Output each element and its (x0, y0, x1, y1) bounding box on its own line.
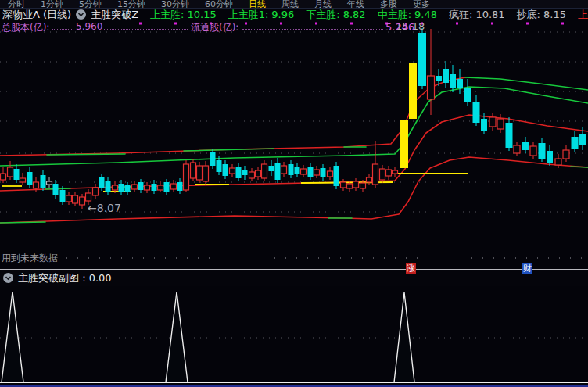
candle[interactable] (86, 193, 91, 201)
candle[interactable] (481, 119, 487, 131)
indicator-name[interactable]: 主胜突破Z (91, 8, 138, 21)
candle[interactable] (20, 178, 26, 182)
candle[interactable] (328, 171, 333, 177)
subchart-header: 主胜突破副图 : 0.00 (0, 269, 588, 286)
chevron-down-icon[interactable] (76, 9, 86, 20)
news-marker-zhang[interactable]: 涨 (406, 263, 416, 274)
candle[interactable] (418, 33, 426, 86)
subchart-title[interactable]: 主胜突破副图 : 0.00 (18, 271, 112, 285)
candle[interactable] (230, 168, 235, 174)
candle[interactable] (125, 185, 131, 192)
candle[interactable] (132, 185, 138, 189)
candle[interactable] (217, 160, 222, 172)
candle[interactable] (191, 163, 196, 178)
candle[interactable] (457, 79, 463, 88)
candle[interactable] (249, 172, 255, 178)
candle[interactable] (113, 185, 118, 190)
candle[interactable] (152, 184, 157, 191)
candle[interactable] (301, 169, 307, 174)
candle[interactable] (66, 195, 72, 202)
candle[interactable] (210, 152, 216, 166)
candle[interactable] (373, 164, 378, 185)
candle[interactable] (555, 159, 561, 165)
candle[interactable] (506, 123, 513, 148)
candle[interactable] (53, 184, 59, 195)
candle[interactable] (47, 181, 52, 185)
candle[interactable] (242, 170, 248, 175)
candle[interactable] (489, 117, 496, 127)
indicator-field: 抄底:8.15 (517, 8, 566, 21)
low-price-label: ←8.07 (88, 202, 121, 214)
candle[interactable] (572, 137, 579, 149)
candle[interactable] (314, 170, 320, 175)
candle[interactable] (223, 164, 228, 176)
candle[interactable] (393, 170, 398, 174)
dotted-leader (104, 28, 188, 30)
candle[interactable] (203, 166, 209, 181)
candle[interactable] (8, 167, 13, 177)
highlight-bar[interactable] (409, 63, 417, 119)
candle[interactable] (334, 166, 339, 186)
candle[interactable] (360, 183, 366, 188)
candle[interactable] (145, 185, 150, 190)
candle[interactable] (256, 170, 261, 177)
candle[interactable] (1, 174, 6, 180)
candle[interactable] (522, 142, 529, 150)
candle[interactable] (275, 163, 281, 180)
candle[interactable] (281, 166, 287, 174)
candle[interactable] (380, 169, 385, 180)
candle[interactable] (164, 182, 170, 192)
candle[interactable] (73, 195, 78, 203)
candle[interactable] (177, 182, 183, 191)
candle[interactable] (262, 164, 267, 178)
candle[interactable] (367, 177, 372, 182)
main-chart-canvas[interactable] (0, 0, 588, 387)
share-info-row: 总股本(亿): 5.960 流通股(亿): (0, 21, 588, 32)
candle[interactable] (99, 177, 105, 188)
candle[interactable] (80, 197, 85, 205)
candle[interactable] (579, 134, 586, 145)
candle[interactable] (497, 119, 504, 129)
candle[interactable] (236, 167, 242, 178)
candle[interactable] (353, 181, 359, 188)
candle[interactable] (563, 150, 569, 159)
candle[interactable] (347, 184, 353, 188)
candle[interactable] (308, 167, 314, 177)
candle[interactable] (321, 168, 326, 177)
candle[interactable] (530, 146, 536, 156)
candle[interactable] (93, 188, 99, 195)
candle[interactable] (428, 76, 435, 99)
candle[interactable] (197, 166, 203, 180)
candle[interactable] (60, 190, 66, 202)
symbol-title[interactable]: 深物业A (日线) (2, 8, 71, 21)
candle[interactable] (41, 175, 46, 188)
candle[interactable] (171, 184, 177, 189)
candle[interactable] (158, 185, 163, 190)
candle[interactable] (464, 88, 471, 102)
candle[interactable] (436, 76, 442, 81)
indicator-field: 疯狂:10.81 (449, 8, 505, 21)
candle[interactable] (473, 102, 480, 123)
candle[interactable] (341, 182, 346, 188)
candle[interactable] (27, 172, 33, 185)
candle[interactable] (295, 167, 300, 174)
candle[interactable] (289, 164, 294, 175)
candle[interactable] (514, 145, 520, 153)
candle[interactable] (450, 74, 456, 88)
candle[interactable] (14, 169, 20, 180)
candle[interactable] (106, 181, 111, 192)
candle[interactable] (443, 69, 449, 83)
candle[interactable] (539, 143, 546, 159)
indicator-values: 上主胜:10.15上主胜1:9.96下主胜:8.82中主胜:9.48疯狂:10.… (138, 8, 588, 21)
candle[interactable] (119, 184, 124, 192)
candle[interactable] (138, 182, 144, 190)
news-marker-cai[interactable]: 财 (522, 263, 532, 274)
candle[interactable] (184, 164, 189, 190)
candle[interactable] (386, 170, 392, 176)
indicator-field: 上主胜:10.15 (150, 8, 217, 21)
collapse-chevron-icon[interactable] (3, 273, 13, 283)
candle[interactable] (547, 151, 553, 163)
candle[interactable] (34, 182, 39, 188)
candle[interactable] (269, 166, 274, 171)
highlight-bar[interactable] (400, 120, 408, 168)
